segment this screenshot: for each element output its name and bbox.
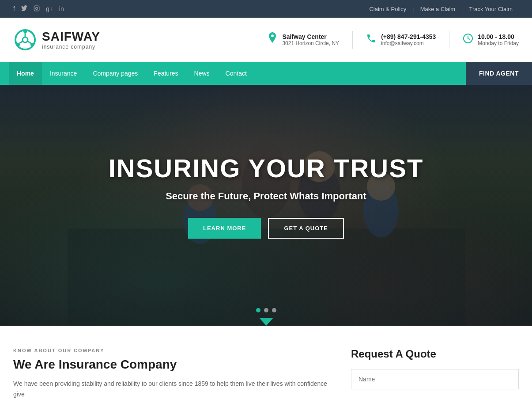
svg-line-10 <box>19 41 23 43</box>
track-claim-link[interactable]: Track Your Claim <box>463 6 519 12</box>
phone-text: (+89) 847-291-4353 info@saifway.com <box>381 33 436 46</box>
header: SAIFWAY insurance company Saifway Center… <box>0 18 532 62</box>
nav-contact[interactable]: Contact <box>218 62 255 85</box>
company-info: KNOW ABOUT OUR COMPANY We Are Insurance … <box>13 348 329 400</box>
hours-label: 10.00 - 18.00 <box>478 33 519 40</box>
svg-point-4 <box>23 37 28 42</box>
phone-number: (+89) 847-291-4353 <box>381 33 436 40</box>
nav-items: Home Insurance Company pages Features Ne… <box>0 62 466 85</box>
svg-point-2 <box>38 7 38 7</box>
social-icons: f g+ in <box>13 5 64 13</box>
svg-point-7 <box>16 43 20 46</box>
hero-dot-2[interactable] <box>264 308 268 312</box>
top-links: Claim & Policy | Make a Claim | Track Yo… <box>363 6 519 12</box>
hero-dots <box>256 308 276 312</box>
hero-content: INSURING YOUR TRUST Secure the Future, P… <box>0 85 532 326</box>
claim-policy-link[interactable]: Claim & Policy <box>363 6 412 12</box>
logo-text: SAIFWAY insurance company <box>42 30 100 50</box>
address-detail: 3021 Horizon Circle, NY <box>282 40 339 46</box>
quote-form: Request A Quote <box>351 348 519 400</box>
find-agent-button[interactable]: FIND AGENT <box>466 62 532 85</box>
svg-point-5 <box>23 30 27 33</box>
hours-contact: 10.00 - 18.00 Monday to Friday <box>463 33 519 46</box>
facebook-icon[interactable]: f <box>13 5 15 12</box>
clock-icon <box>463 33 473 46</box>
quote-form-title: Request A Quote <box>351 348 519 360</box>
quote-name-input[interactable] <box>351 369 519 389</box>
make-claim-link[interactable]: Make a Claim <box>414 6 461 12</box>
hero-buttons: LEARN MORE GET A QUOTE <box>188 218 344 239</box>
hero-dot-3[interactable] <box>272 308 276 312</box>
hours-text: 10.00 - 18.00 Monday to Friday <box>478 33 519 46</box>
phone-icon <box>366 33 377 46</box>
linkedin-icon[interactable]: in <box>59 5 64 12</box>
hero-section: INSURING YOUR TRUST Secure the Future, P… <box>0 85 532 326</box>
hours-detail: Monday to Friday <box>478 40 519 46</box>
logo-tagline: insurance company <box>42 44 100 50</box>
svg-line-9 <box>27 41 31 43</box>
header-divider-2 <box>449 31 449 49</box>
location-icon <box>267 32 278 47</box>
hero-title: INSURING YOUR TRUST <box>109 154 424 183</box>
company-section-body: We have been providing stability and rel… <box>13 379 329 400</box>
navbar: Home Insurance Company pages Features Ne… <box>0 62 532 85</box>
nav-features[interactable]: Features <box>146 62 186 85</box>
logo-area: SAIFWAY insurance company <box>13 28 100 52</box>
logo-icon <box>13 28 38 52</box>
svg-rect-0 <box>34 6 39 11</box>
nav-company[interactable]: Company pages <box>85 62 146 85</box>
address-label: Saifway Center <box>282 33 339 40</box>
below-hero-section: KNOW ABOUT OUR COMPANY We Are Insurance … <box>0 326 532 411</box>
instagram-icon[interactable] <box>34 5 40 13</box>
nav-home[interactable]: Home <box>9 62 42 85</box>
address-text: Saifway Center 3021 Horizon Circle, NY <box>282 33 339 46</box>
top-bar: f g+ in Claim & Policy | Make a Claim | … <box>0 0 532 18</box>
header-divider-1 <box>352 31 353 49</box>
address-contact: Saifway Center 3021 Horizon Circle, NY <box>267 32 339 47</box>
svg-point-1 <box>36 7 38 9</box>
company-section-title: We Are Insurance Company <box>13 358 329 372</box>
nav-news[interactable]: News <box>186 62 218 85</box>
twitter-icon[interactable] <box>21 5 27 13</box>
hero-subtitle: Secure the Future, Protect Whats Importa… <box>166 190 366 202</box>
header-contacts: Saifway Center 3021 Horizon Circle, NY (… <box>267 31 519 49</box>
company-section-tag: KNOW ABOUT OUR COMPANY <box>13 348 329 353</box>
get-quote-button[interactable]: GET A QUOTE <box>268 218 344 239</box>
hero-arrow-down <box>259 318 273 326</box>
phone-email: info@saifway.com <box>381 40 436 46</box>
googleplus-icon[interactable]: g+ <box>46 5 53 12</box>
phone-contact: (+89) 847-291-4353 info@saifway.com <box>366 33 436 46</box>
hero-dot-1[interactable] <box>256 308 260 312</box>
logo-name: SAIFWAY <box>42 30 100 44</box>
nav-insurance[interactable]: Insurance <box>42 62 85 85</box>
svg-point-6 <box>30 43 34 46</box>
learn-more-button[interactable]: LEARN MORE <box>188 218 261 239</box>
